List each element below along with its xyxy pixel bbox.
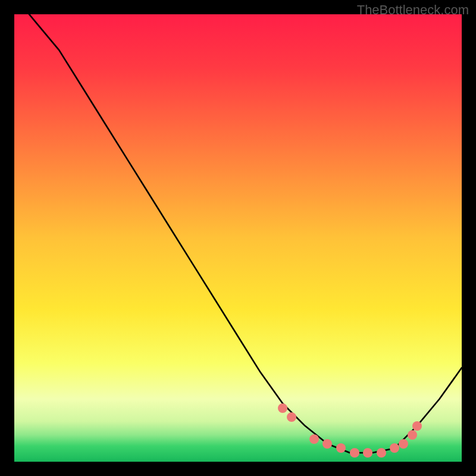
chart-dot [287,412,296,422]
chart-dot [322,439,332,449]
chart-curve [14,14,462,462]
plot-area [14,14,462,462]
chart-dot [336,443,346,453]
chart-dot [390,443,399,453]
chart-dot [309,434,319,444]
watermark-text: TheBottleneck.com [357,2,469,18]
chart-dot [377,448,386,458]
chart-dot [363,448,372,458]
chart-dot [412,421,422,431]
chart-dot [350,448,359,458]
chart-dot [408,430,417,440]
chart-dot [278,403,287,413]
chart-dot [399,439,408,449]
